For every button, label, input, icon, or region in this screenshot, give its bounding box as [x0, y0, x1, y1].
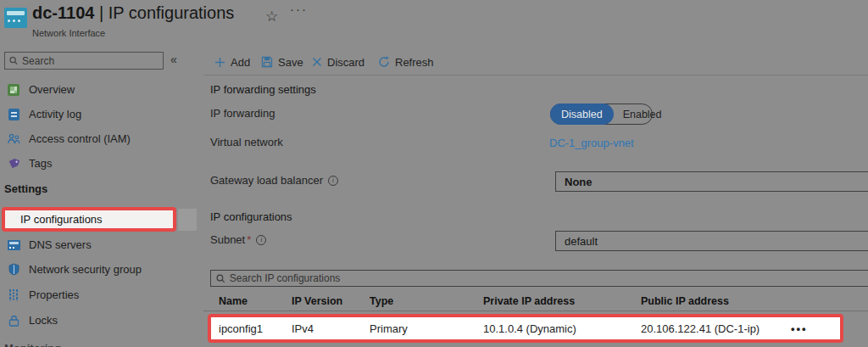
x-icon: [312, 57, 322, 67]
dns-servers-icon: [7, 238, 20, 252]
discard-button[interactable]: Discard: [312, 53, 364, 70]
sidebar-item-label: Overview: [29, 83, 75, 96]
sidebar-item-access-control[interactable]: Access control (IAM): [0, 126, 197, 151]
sidebar-scrollbar-thumb[interactable]: [178, 209, 197, 231]
sidebar-item-label: Properties: [29, 288, 79, 301]
info-icon: i: [256, 235, 266, 245]
sidebar-item-label: Access control (IAM): [29, 132, 131, 145]
sidebar-item-label: Network security group: [29, 263, 142, 276]
sidebar-item-label: DNS servers: [29, 238, 92, 251]
ip-forwarding-toggle: Disabled Enabled: [550, 104, 653, 125]
ip-forwarding-label: IP forwarding: [210, 107, 275, 120]
sidebar-search-input[interactable]: [22, 55, 159, 67]
shield-icon: [7, 263, 20, 277]
section-title-ip-configurations: IP configurations: [210, 210, 292, 223]
sidebar-item-dns-servers[interactable]: DNS servers: [0, 232, 197, 257]
sidebar-group-monitoring-clipped: Monitoring: [4, 342, 61, 347]
access-control-icon: [7, 132, 20, 146]
sidebar-item-tags[interactable]: Tags: [0, 151, 197, 176]
plus-icon: [214, 57, 225, 68]
sidebar-item-properties[interactable]: Properties: [0, 283, 197, 307]
refresh-button[interactable]: Refresh: [378, 53, 434, 70]
resource-name: dc-1104: [32, 3, 94, 22]
column-header-private-ip[interactable]: Private IP address: [483, 295, 575, 307]
search-icon: [9, 56, 18, 65]
toolbar-divider: [203, 75, 868, 76]
info-icon: i: [328, 176, 338, 186]
tags-icon: [7, 157, 20, 171]
discard-button-label: Discard: [327, 56, 364, 69]
virtual-network-link[interactable]: DC-1_group-vnet: [549, 137, 634, 149]
sidebar-item-label: Locks: [29, 314, 58, 327]
subnet-dropdown[interactable]: default: [555, 231, 868, 251]
sidebar-collapse-icon[interactable]: «: [170, 53, 177, 66]
toggle-option-enabled[interactable]: Enabled: [614, 104, 671, 125]
more-options-icon[interactable]: ···: [290, 2, 308, 16]
cell-type: Primary: [370, 317, 408, 339]
required-asterisk: *: [247, 233, 251, 246]
refresh-icon: [378, 56, 390, 68]
cell-private-ip: 10.1.0.4 (Dynamic): [483, 317, 576, 339]
subnet-text: Subnet*: [210, 233, 251, 246]
virtual-network-label: Virtual network: [210, 136, 283, 148]
properties-icon: [7, 288, 20, 302]
search-icon: [216, 274, 225, 283]
resource-type-subtitle: Network Interface: [32, 28, 105, 38]
sidebar-item-ip-configurations[interactable]: IP configurations: [2, 207, 176, 232]
network-interface-icon: [4, 8, 27, 28]
activity-log-icon: [7, 108, 20, 121]
save-button-label: Save: [278, 56, 303, 69]
sidebar-item-label: IP configurations: [20, 213, 103, 226]
column-header-ip-version[interactable]: IP Version: [292, 295, 342, 307]
save-button[interactable]: Save: [261, 53, 303, 70]
toggle-option-disabled[interactable]: Disabled: [550, 104, 614, 125]
column-header-public-ip[interactable]: Public IP address: [641, 295, 729, 307]
section-title-ip-forwarding-settings: IP forwarding settings: [210, 83, 316, 96]
table-row-ipconfig1[interactable]: ipconfig1 IPv4 Primary 10.1.0.4 (Dynamic…: [208, 314, 843, 343]
gateway-load-balancer-text: Gateway load balancer: [210, 174, 323, 187]
sidebar-item-locks[interactable]: Locks: [0, 308, 197, 333]
save-icon: [261, 56, 273, 68]
table-header-divider: [203, 311, 868, 311]
add-button[interactable]: Add: [214, 53, 250, 70]
column-header-type[interactable]: Type: [370, 295, 393, 307]
sidebar-item-overview[interactable]: Overview: [0, 77, 197, 102]
sidebar-search[interactable]: [4, 52, 164, 70]
row-menu-ellipsis-icon[interactable]: •••: [791, 317, 808, 339]
column-header-name[interactable]: Name: [219, 295, 248, 307]
add-button-label: Add: [231, 56, 250, 69]
cell-public-ip: 20.106.122.41 (DC-1-ip): [641, 317, 760, 339]
lock-icon: [7, 314, 20, 327]
gateway-load-balancer-value: None: [565, 176, 593, 188]
sidebar-group-settings: Settings: [4, 182, 47, 195]
gateway-load-balancer-label: Gateway load balancer i: [210, 174, 338, 187]
ip-configurations-search-input[interactable]: [230, 272, 868, 284]
sidebar-item-label: Tags: [29, 157, 52, 170]
gateway-load-balancer-dropdown[interactable]: None: [555, 171, 868, 192]
sidebar-item-network-security-group[interactable]: Network security group: [0, 257, 197, 282]
sidebar-item-activity-log[interactable]: Activity log: [0, 102, 197, 126]
favorite-star-icon[interactable]: ☆: [265, 8, 278, 25]
refresh-button-label: Refresh: [395, 56, 434, 69]
cell-name[interactable]: ipconfig1: [219, 317, 263, 339]
sidebar-item-label: Activity log: [29, 108, 81, 120]
ip-configurations-search[interactable]: [210, 270, 868, 287]
subnet-label: Subnet* i: [210, 233, 266, 246]
page-title: dc-1104 | IP configurations: [32, 3, 234, 23]
page-title-rest: | IP configurations: [94, 3, 234, 22]
subnet-value: default: [565, 235, 598, 248]
cell-ip-version: IPv4: [292, 317, 314, 339]
overview-icon: [7, 83, 20, 97]
